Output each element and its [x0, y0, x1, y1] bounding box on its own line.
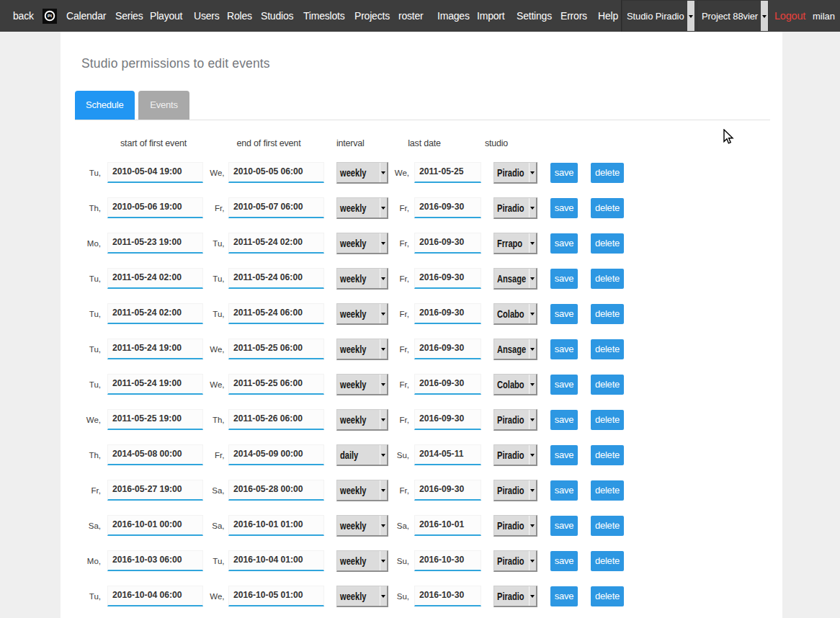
svg-text:PI: PI: [48, 13, 52, 18]
